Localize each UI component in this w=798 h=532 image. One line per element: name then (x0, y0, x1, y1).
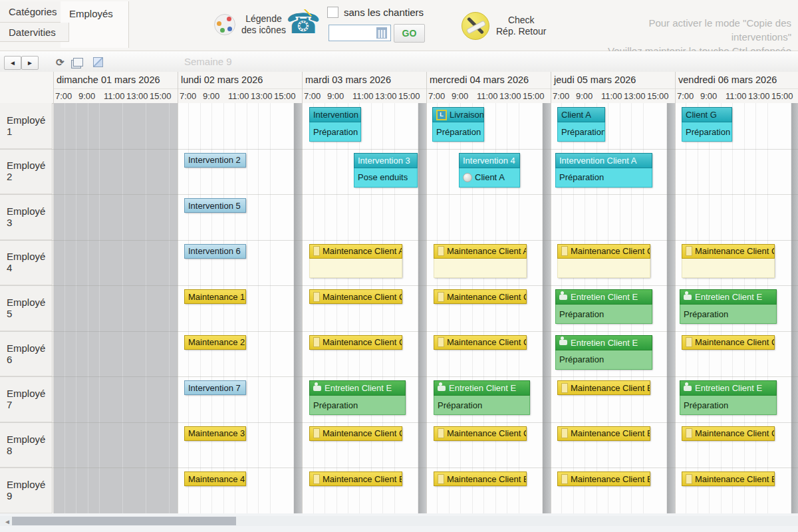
event-header-label: Maintenance Client C (695, 246, 775, 256)
hour-label: 11:00 (601, 91, 622, 101)
event-header-label: Maintenance Client C (447, 337, 527, 347)
event-header-label: Maintenance 3 (188, 428, 245, 438)
hour-label: 13:00 (251, 91, 273, 101)
row-separator (0, 240, 798, 241)
legend-button[interactable]: Légende des icônes (214, 9, 286, 41)
event-block[interactable]: Client GPréparation (682, 107, 732, 142)
event-body-label: Préparation (436, 127, 481, 137)
event-block[interactable]: Maintenance Client C (309, 335, 402, 350)
scrollbar-thumb[interactable] (12, 517, 236, 525)
edit-note-icon[interactable] (93, 57, 103, 67)
sans-chantiers-checkbox-row[interactable]: sans les chantiers (327, 7, 424, 18)
hour-label: 13:00 (499, 91, 521, 101)
copy-windows-icon[interactable] (73, 58, 83, 66)
hour-label: 15:00 (398, 91, 420, 101)
event-block[interactable]: Maintenance 4 (184, 471, 246, 486)
event-body-label: Préparation (684, 400, 728, 410)
event-block[interactable]: Entretien Client EPréparation (680, 380, 777, 415)
event-block[interactable]: Maintenance Client C (309, 289, 402, 304)
event-block[interactable]: Intervention 1Préparation (309, 107, 361, 142)
event-block[interactable]: Maintenance Client E (309, 471, 402, 486)
event-block[interactable]: LLivraisonPréparation (432, 107, 484, 142)
hour-label: 9:00 (327, 91, 344, 101)
next-arrow-icon: ► (27, 59, 33, 66)
event-block[interactable]: Maintenance Client E (682, 471, 775, 486)
event-block[interactable]: Entretien Client EPréparation (680, 289, 777, 324)
event-block[interactable]: Entretien Client EPréparation (434, 380, 530, 415)
hour-label: 15:00 (274, 91, 296, 101)
hour-label: 7:00 (304, 91, 321, 101)
event-block[interactable]: Intervention Client APréparation (555, 153, 652, 188)
event-block[interactable]: Maintenance Client A (434, 244, 527, 278)
hour-label: 13:00 (375, 91, 397, 101)
event-block[interactable]: Client APréparation (557, 107, 605, 142)
event-block[interactable]: Maintenance 3 (184, 426, 246, 441)
event-block[interactable]: Maintenance Client C (434, 426, 527, 441)
event-header-label: Entretien Client E (571, 338, 638, 348)
event-block[interactable]: Entretien Client EPréparation (555, 335, 652, 370)
event-block[interactable]: Maintenance Client C (557, 244, 650, 278)
tab-employes[interactable]: Employés (61, 1, 129, 48)
event-block[interactable]: Intervention 6 (184, 244, 246, 259)
event-block[interactable]: Maintenance 2 (184, 335, 246, 350)
event-block[interactable]: Entretien Client EPréparation (555, 289, 652, 324)
event-block[interactable]: Intervention 4Client A (459, 153, 520, 188)
event-body: Préparation (557, 122, 605, 142)
event-header-label: Maintenance Client A (447, 246, 527, 256)
event-header-label: Maintenance Client C (695, 337, 775, 347)
hour-label: 9:00 (700, 91, 717, 101)
event-block[interactable]: Maintenance Client C (682, 426, 775, 441)
document-icon (561, 474, 568, 484)
employee-label: Employé 2 (0, 149, 53, 195)
event-body: Préparation (555, 168, 652, 188)
event-block[interactable]: Intervention 7 (184, 380, 246, 395)
calendar-picker-icon[interactable] (376, 27, 387, 39)
event-block[interactable]: Maintenance Client E (434, 471, 527, 486)
tab-datervities[interactable]: Datervities (0, 23, 69, 42)
prev-week-button[interactable]: ◄ (4, 56, 21, 70)
tab-categories[interactable]: Catégories (0, 1, 69, 23)
event-block[interactable]: Maintenance 1 (184, 289, 246, 304)
go-button[interactable]: GO (394, 24, 425, 43)
person-icon (684, 386, 692, 391)
document-icon (438, 337, 444, 347)
check-rep-retour-button[interactable]: Check Rép. Retour (462, 12, 546, 40)
event-block[interactable]: Maintenance Client E (557, 471, 650, 486)
event-block[interactable]: Maintenance Client A (309, 244, 402, 278)
event-header: Intervention 6 (184, 244, 246, 259)
day-separator (178, 72, 178, 513)
event-header: Entretien Client E (434, 380, 530, 396)
event-block[interactable]: Maintenance Client C (309, 426, 402, 441)
event-header: Intervention 1 (309, 107, 361, 122)
tab-employes-label: Employés (69, 8, 113, 19)
event-block[interactable]: Maintenance Client C (434, 289, 527, 304)
event-block[interactable]: Intervention 5 (184, 198, 246, 213)
event-block[interactable]: Entretien Client EPréparation (309, 380, 406, 415)
document-icon (438, 292, 444, 302)
event-block[interactable]: Intervention 2 (184, 153, 246, 168)
event-block[interactable]: Maintenance Client C (434, 335, 527, 350)
hour-label: 7:00 (553, 91, 569, 101)
event-header-label: Maintenance Client C (571, 246, 650, 256)
event-header: Entretien Client E (680, 289, 777, 305)
event-block[interactable]: Maintenance Client E (557, 380, 650, 395)
check-label-line2: Rép. Retour (496, 26, 546, 37)
hour-label: 15:00 (771, 91, 793, 101)
day-header: lundi 02 mars 2026 (181, 74, 263, 85)
refresh-icon[interactable]: ⟳ (56, 57, 65, 68)
event-block[interactable]: Maintenance Client E (557, 426, 650, 441)
phone-icon[interactable]: ☎ (286, 5, 321, 43)
document-icon (313, 292, 320, 302)
scrollbar-left-arrow[interactable]: ◄ (4, 518, 11, 525)
event-block[interactable]: Maintenance Client C (682, 244, 775, 278)
top-bar: Catégories Employés Datervities Légende … (0, 0, 798, 51)
sans-chantiers-checkbox[interactable] (327, 7, 338, 18)
day-header: mardi 03 mars 2026 (305, 74, 391, 85)
event-block[interactable]: Intervention 3Pose enduits (354, 153, 418, 188)
next-week-button[interactable]: ► (21, 56, 39, 70)
event-body-label: Pose enduits (358, 172, 408, 182)
event-header: Maintenance Client E (557, 380, 650, 395)
event-block[interactable]: Maintenance Client C (682, 335, 775, 350)
event-header: Intervention 5 (184, 198, 246, 213)
event-body: Préparation (680, 396, 777, 415)
